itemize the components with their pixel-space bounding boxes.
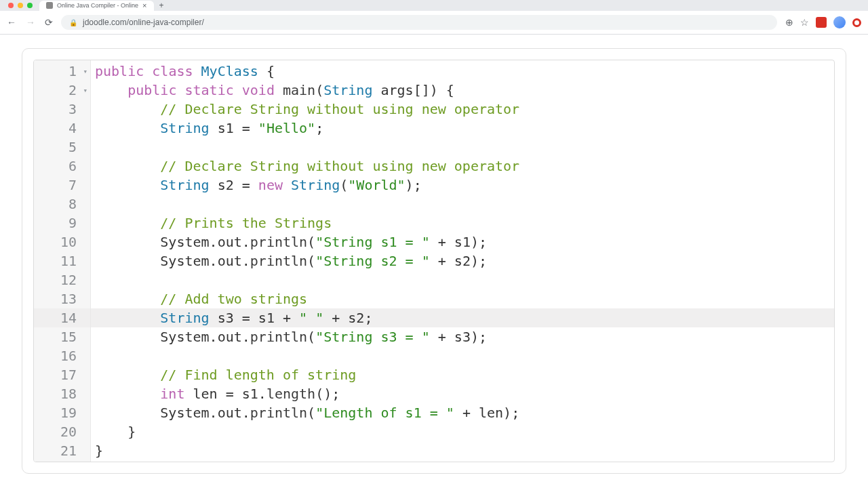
code-line[interactable]: int len = s1.length(); xyxy=(91,384,834,403)
line-number: 14 xyxy=(34,308,90,327)
window-close-icon[interactable] xyxy=(8,3,14,8)
line-number: 9 xyxy=(34,214,90,232)
page-content: 123456789101112131415161718192021 public… xyxy=(0,35,868,487)
code-line[interactable]: } xyxy=(91,441,834,460)
favicon-icon xyxy=(46,2,53,9)
code-line[interactable]: // Find length of string xyxy=(91,365,834,384)
line-number: 18 xyxy=(34,384,90,403)
line-gutter: 123456789101112131415161718192021 xyxy=(34,60,91,462)
code-line[interactable]: System.out.println("String s2 = " + s2); xyxy=(91,251,834,270)
line-number: 20 xyxy=(34,422,90,441)
code-line[interactable]: System.out.println("String s1 = " + s1); xyxy=(91,232,834,251)
window-maximize-icon[interactable] xyxy=(27,3,33,8)
code-line[interactable]: // Declare String without using new oper… xyxy=(91,157,834,176)
line-number: 10 xyxy=(34,232,90,251)
extension-origin-icon[interactable] xyxy=(852,18,861,27)
line-number: 19 xyxy=(34,403,90,422)
back-button[interactable]: ← xyxy=(7,17,16,28)
line-number: 13 xyxy=(34,289,90,308)
bookmark-icon[interactable]: ☆ xyxy=(800,17,809,28)
line-number: 16 xyxy=(34,346,90,365)
code-line[interactable]: String s3 = s1 + " " + s2; xyxy=(91,308,834,327)
new-tab-button[interactable]: + xyxy=(159,1,164,10)
code-line[interactable]: // Prints the Strings xyxy=(91,214,834,232)
line-number: 17 xyxy=(34,365,90,384)
profile-avatar[interactable] xyxy=(833,16,846,28)
url-text: jdoodle.com/online-java-compiler/ xyxy=(83,18,204,27)
editor-panel: 123456789101112131415161718192021 public… xyxy=(22,48,846,474)
code-line[interactable]: String s1 = "Hello"; xyxy=(91,119,834,138)
browser-chrome: Online Java Compiler - Online × + ← → ⟳ … xyxy=(0,0,868,35)
code-line[interactable]: String s2 = new String("World"); xyxy=(91,176,834,195)
code-line[interactable]: System.out.println("String s3 = " + s3); xyxy=(91,327,834,346)
forward-button[interactable]: → xyxy=(26,17,35,28)
browser-tab[interactable]: Online Java Compiler - Online × xyxy=(39,1,154,11)
code-line[interactable] xyxy=(91,270,834,289)
code-line[interactable]: // Add two strings xyxy=(91,289,834,308)
code-line[interactable] xyxy=(91,138,834,157)
traffic-lights xyxy=(5,3,33,8)
line-number: 21 xyxy=(34,441,90,460)
extension-icon[interactable] xyxy=(816,17,827,28)
zoom-icon[interactable]: ⊕ xyxy=(785,17,793,28)
lock-icon: 🔒 xyxy=(69,19,77,26)
code-line[interactable]: // Declare String without using new oper… xyxy=(91,100,834,119)
line-number: 7 xyxy=(34,176,90,195)
line-number: 5 xyxy=(34,138,90,157)
line-number: 8 xyxy=(34,195,90,214)
line-number: 1 xyxy=(34,62,90,81)
line-number: 3 xyxy=(34,100,90,119)
code-line[interactable]: public static void main(String args[]) { xyxy=(91,81,834,100)
tab-strip: Online Java Compiler - Online × + xyxy=(0,0,868,11)
browser-toolbar: ← → ⟳ 🔒 jdoodle.com/online-java-compiler… xyxy=(0,11,868,34)
code-area[interactable]: public class MyClass { public static voi… xyxy=(91,60,834,462)
close-tab-icon[interactable]: × xyxy=(142,1,146,9)
code-line[interactable]: System.out.println("Length of s1 = " + l… xyxy=(91,403,834,422)
code-line[interactable]: } xyxy=(91,422,834,441)
line-number: 11 xyxy=(34,251,90,270)
line-number: 4 xyxy=(34,119,90,138)
reload-button[interactable]: ⟳ xyxy=(45,17,53,28)
tab-title: Online Java Compiler - Online xyxy=(57,2,138,9)
address-bar[interactable]: 🔒 jdoodle.com/online-java-compiler/ xyxy=(61,15,777,30)
line-number: 12 xyxy=(34,270,90,289)
line-number: 6 xyxy=(34,157,90,176)
code-line[interactable] xyxy=(91,346,834,365)
code-line[interactable]: public class MyClass { xyxy=(91,62,834,81)
code-line[interactable] xyxy=(91,195,834,214)
window-minimize-icon[interactable] xyxy=(18,3,23,8)
line-number: 2 xyxy=(34,81,90,100)
code-editor[interactable]: 123456789101112131415161718192021 public… xyxy=(33,60,835,462)
line-number: 15 xyxy=(34,327,90,346)
